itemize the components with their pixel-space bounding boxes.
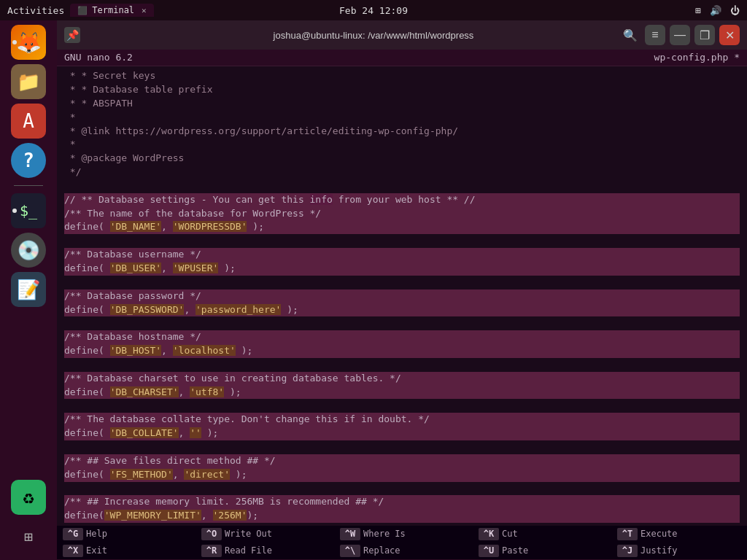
volume-icon[interactable]: 🔊: [710, 5, 721, 16]
sidebar-icon-appstore[interactable]: A: [11, 104, 46, 139]
nano-header: GNU nano 6.2 wp-config.php *: [57, 50, 747, 66]
shortcut-label: Cut: [502, 528, 518, 540]
shortcut-key: ^R: [201, 545, 222, 557]
shortcut-label: Justify: [640, 545, 678, 557]
code-line-highlight: define( 'DB_USER', 'WPUSER' );: [64, 262, 740, 276]
code-line-highlight: define( 'DB_HOST', 'localhost' );: [64, 344, 740, 358]
code-line-highlight: /** The database collate type. Don't cha…: [64, 413, 740, 427]
shortcut-label: Exit: [86, 545, 107, 557]
terminal-tab-label: Terminal: [92, 5, 134, 15]
shortcut-key: ^T: [617, 528, 638, 540]
shortcut-help[interactable]: ^G Help: [57, 526, 196, 542]
code-line-highlight: /** Database username */: [64, 248, 740, 262]
sidebar-icon-terminal[interactable]: $_: [11, 193, 46, 228]
code-line-highlight: define( 'DB_PASSWORD', 'password_here' )…: [64, 303, 740, 317]
nano-filename: wp-config.php *: [654, 51, 740, 64]
nano-editor: GNU nano 6.2 wp-config.php * * * Secret …: [57, 50, 747, 559]
shortcut-key: ^J: [617, 545, 638, 557]
sidebar-icon-gedit[interactable]: 📝: [11, 272, 46, 307]
code-line: [64, 482, 740, 496]
shortcut-label: Execute: [640, 528, 678, 540]
nano-version: GNU nano 6.2: [64, 51, 133, 64]
shortcut-key: ^W: [340, 528, 360, 540]
minimize-button[interactable]: —: [670, 25, 690, 45]
sidebar-icon-trash[interactable]: ♻: [11, 480, 46, 515]
shortcut-key: ^U: [479, 545, 499, 557]
code-line-highlight: /** ## Save files direct method ## */: [64, 454, 740, 468]
menu-button[interactable]: ≡: [645, 25, 665, 45]
search-button[interactable]: 🔍: [623, 28, 638, 42]
terminal-tab[interactable]: ⬛ Terminal ✕: [70, 4, 153, 17]
code-line-highlight: define( 'FS_METHOD', 'direct' );: [64, 468, 740, 482]
shortcut-label: Read File: [225, 545, 272, 557]
nano-content[interactable]: * * Secret keys * * Database table prefi…: [57, 66, 747, 526]
titlebar: 📌 joshua@ubuntu-linux: /var/www/html/wor…: [57, 20, 747, 50]
code-line: [64, 316, 740, 330]
close-button[interactable]: ✕: [719, 25, 740, 45]
system-bar: Activities ⬛ Terminal ✕ Feb 24 12:09 ⊞ 🔊…: [0, 0, 747, 20]
nano-footer: ^G Help ^O Write Out ^W Where Is ^K Cut …: [57, 526, 747, 559]
shortcut-paste[interactable]: ^U Paste: [473, 542, 611, 559]
shortcut-write-out[interactable]: ^O Write Out: [196, 526, 334, 542]
maximize-button[interactable]: ❐: [694, 25, 715, 45]
shortcut-row-1: ^G Help ^O Write Out ^W Where Is ^K Cut …: [57, 526, 747, 542]
shortcut-justify[interactable]: ^J Justify: [611, 542, 747, 559]
power-icon[interactable]: ⏻: [730, 5, 740, 16]
code-line: [64, 179, 740, 193]
window-area: 📌 joshua@ubuntu-linux: /var/www/html/wor…: [57, 20, 747, 559]
code-line-highlight: /** Database hostname */: [64, 330, 740, 344]
sidebar-icon-apps[interactable]: ⊞: [11, 519, 46, 554]
code-line-highlight: /** Database password */: [64, 289, 740, 303]
shortcut-cut[interactable]: ^K Cut: [473, 526, 611, 542]
code-line: * * Secret keys: [64, 69, 740, 83]
code-line: [64, 440, 740, 454]
shortcut-key: ^O: [201, 528, 222, 540]
sidebar-icon-files[interactable]: 📁: [11, 64, 46, 99]
code-line: * * ABSPATH: [64, 97, 740, 111]
sidebar-icon-cd[interactable]: 💿: [11, 233, 46, 268]
shortcut-label: Help: [86, 528, 107, 540]
shortcut-label: Where Is: [363, 528, 406, 540]
shortcut-exit[interactable]: ^X Exit: [57, 542, 196, 559]
code-line-highlight: /** The name of the database for WordPre…: [64, 207, 740, 221]
window-controls: 🔍 ≡ — ❐ ✕: [623, 25, 740, 45]
code-line: * * Database table prefix: [64, 83, 740, 97]
code-line: */: [64, 166, 740, 179]
sidebar: 🦊 📁 A ? $_ 💿 📝 ♻ ⊞: [0, 20, 57, 560]
sidebar-icon-firefox[interactable]: 🦊: [11, 25, 46, 60]
shortcut-key: ^X: [63, 545, 83, 557]
code-line: * @link https://wordpress.org/support/ar…: [64, 125, 740, 139]
code-line: *: [64, 138, 740, 152]
window-title: joshua@ubuntu-linux: /var/www/html/wordp…: [274, 30, 474, 41]
code-line: [64, 399, 740, 413]
sidebar-divider: [14, 185, 43, 186]
code-line-highlight: // ** Database settings - You can get th…: [64, 193, 740, 207]
code-line-highlight: /** Database charset to use in creating …: [64, 372, 740, 386]
network-icon[interactable]: ⊞: [695, 5, 701, 16]
activities-button[interactable]: Activities: [7, 5, 64, 16]
system-tray: ⊞ 🔊 ⏻: [695, 5, 740, 16]
shortcut-label: Write Out: [225, 528, 272, 540]
shortcut-execute[interactable]: ^T Execute: [611, 526, 747, 542]
system-datetime: Feb 24 12:09: [339, 5, 408, 16]
shortcut-replace[interactable]: ^\ Replace: [334, 542, 473, 559]
shortcut-key: ^G: [63, 528, 83, 540]
code-line: *: [64, 111, 740, 125]
sidebar-icon-help[interactable]: ?: [11, 143, 46, 178]
code-line-highlight: define( 'DB_CHARSET', 'utf8' );: [64, 386, 740, 400]
code-line: [64, 276, 740, 289]
shortcut-key: ^\: [340, 545, 360, 557]
code-line-highlight: define( 'DB_COLLATE', '' );: [64, 427, 740, 440]
code-line: [64, 234, 740, 248]
code-line-highlight: /** ## Increase memory limit. 256MB is r…: [64, 495, 740, 509]
shortcut-where-is[interactable]: ^W Where Is: [334, 526, 473, 542]
code-line-highlight: define( 'DB_NAME', 'WORDPRESSDB' );: [64, 220, 740, 234]
shortcut-label: Replace: [363, 545, 400, 557]
shortcut-label: Paste: [502, 545, 528, 557]
code-line: * @package WordPress: [64, 152, 740, 166]
pin-button[interactable]: 📌: [64, 27, 80, 43]
code-line: [64, 358, 740, 372]
shortcut-read-file[interactable]: ^R Read File: [196, 542, 334, 559]
code-line-highlight: define('WP_MEMORY_LIMIT', '256M');: [64, 509, 740, 523]
shortcut-row-2: ^X Exit ^R Read File ^\ Replace ^U Paste…: [57, 542, 747, 559]
